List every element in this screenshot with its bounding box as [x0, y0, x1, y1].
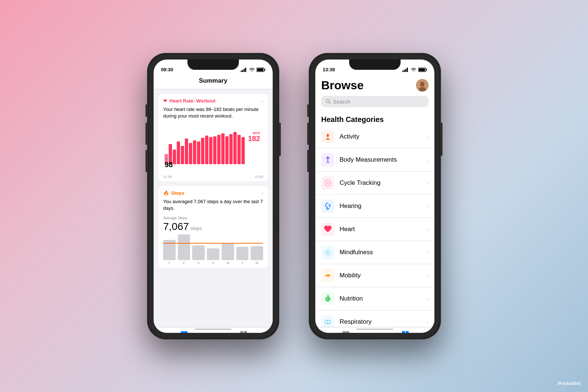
summary-title: Summary — [199, 77, 227, 84]
watermark: Pocketlint — [558, 381, 581, 386]
step-label-F: F — [183, 261, 185, 265]
body-measurements-icon — [323, 155, 332, 164]
step-bar-M: M — [222, 243, 234, 265]
time-left: 09:30 — [161, 67, 173, 72]
step-bar-W: W — [251, 246, 263, 265]
step-bar-S1: S — [192, 245, 205, 265]
category-item-hearing[interactable]: Hearing › — [315, 195, 434, 218]
step-label-S2: S — [212, 261, 214, 265]
svg-rect-14 — [407, 68, 408, 72]
steps-value-row: 7,067 steps — [163, 221, 263, 233]
svg-point-33 — [328, 208, 329, 209]
summary-tab-icon-right — [341, 330, 350, 333]
max-label: MAX 182 — [248, 131, 260, 142]
browse-title-row: Browse — [321, 79, 429, 92]
cycle-tracking-icon — [323, 179, 332, 187]
svg-rect-3 — [245, 68, 246, 72]
steps-fire-icon: 🔥 — [163, 190, 169, 196]
svg-rect-0 — [241, 71, 242, 72]
heart-icon-bg — [321, 223, 334, 236]
respiratory-label: Respiratory — [340, 318, 427, 326]
svg-rect-12 — [404, 70, 405, 72]
tab-summary[interactable]: Summary — [176, 330, 192, 333]
mindfulness-icon-bg — [321, 246, 334, 259]
category-item-activity[interactable]: Activity › — [315, 125, 434, 148]
activity-label: Activity — [340, 133, 427, 140]
nutrition-chevron: › — [427, 296, 429, 302]
signal-icon-left — [241, 68, 247, 72]
mobility-label: Mobility — [340, 272, 427, 279]
steps-card[interactable]: 🔥 Steps › You averaged 7,067 steps a day… — [158, 186, 268, 268]
summary-header: Summary — [154, 76, 273, 89]
browse-screen: 13:39 — [315, 60, 434, 333]
battery-icon-right — [418, 68, 427, 72]
svg-line-30 — [328, 161, 329, 163]
wifi-icon-right — [411, 68, 416, 72]
bar-18 — [233, 132, 237, 164]
body-icon-bg — [321, 153, 334, 166]
tab-browse-right[interactable]: Browse — [399, 330, 412, 333]
svg-rect-6 — [265, 69, 265, 71]
svg-point-32 — [327, 182, 329, 184]
hearing-label: Hearing — [340, 202, 427, 210]
bar-16 — [225, 136, 229, 164]
heart-rate-card[interactable]: ❤ Heart Rate: Workout › Your heart rate … — [158, 94, 268, 181]
svg-rect-7 — [240, 331, 243, 333]
mindfulness-label: Mindfulness — [340, 249, 427, 256]
user-avatar[interactable] — [416, 79, 429, 91]
cycle-label: Cycle Tracking — [340, 179, 427, 187]
steps-description: You averaged 7,067 steps a day over the … — [158, 198, 268, 215]
step-bar-S2: S — [207, 248, 219, 265]
svg-rect-40 — [406, 331, 409, 333]
category-list: Activity › — [315, 125, 434, 327]
category-item-respiratory[interactable]: Respiratory › — [315, 310, 434, 327]
nutrition-icon — [323, 294, 332, 303]
bar-7 — [189, 143, 192, 164]
time-right: 13:39 — [323, 67, 335, 72]
svg-rect-2 — [244, 69, 245, 72]
steps-card-header: 🔥 Steps › — [158, 186, 268, 198]
svg-point-19 — [420, 82, 424, 87]
heart-icon: ❤ — [163, 98, 167, 104]
summary-tab-icon — [180, 330, 189, 333]
steps-title-row: 🔥 Steps — [163, 190, 184, 196]
phone-left: 09:30 — [147, 53, 279, 339]
category-item-mindfulness[interactable]: Mindfulness › — [315, 241, 434, 264]
tab-summary-right[interactable]: Summary — [338, 330, 354, 333]
search-bar[interactable]: Search — [321, 96, 429, 107]
browse-tab-icon-left — [239, 330, 248, 333]
bar-12 — [209, 137, 212, 164]
phones-container: 09:30 — [147, 53, 441, 339]
category-item-heart[interactable]: Heart › — [315, 218, 434, 241]
category-item-nutrition[interactable]: Nutrition › — [315, 287, 434, 310]
bar-4 — [177, 141, 180, 164]
body-chevron: › — [427, 157, 429, 163]
category-item-body[interactable]: Body Measurements › — [315, 148, 434, 172]
browse-title: Browse — [321, 79, 364, 92]
health-categories-label: Health Categories — [315, 111, 434, 125]
svg-rect-1 — [242, 70, 243, 72]
notch-left — [187, 60, 239, 70]
step-label-W: W — [255, 261, 259, 265]
category-item-mobility[interactable]: Mobility › — [315, 264, 434, 287]
svg-rect-17 — [426, 69, 427, 71]
bar-8 — [193, 140, 196, 164]
bar-10 — [201, 138, 204, 164]
step-bar-fill-W — [251, 246, 263, 260]
step-bar-T: T — [163, 240, 176, 265]
min-value: 98 — [165, 161, 173, 168]
tab-bar-right: Summary Browse — [315, 327, 434, 333]
svg-rect-11 — [402, 71, 404, 72]
phone-right: 13:39 — [309, 53, 441, 339]
svg-rect-13 — [405, 69, 406, 72]
category-item-cycle[interactable]: Cycle Tracking › — [315, 172, 434, 195]
avg-line — [163, 243, 263, 244]
body-label: Body Measurements — [340, 156, 427, 163]
avatar-image — [416, 79, 429, 91]
heart-rate-title-row: ❤ Heart Rate: Workout — [163, 98, 215, 104]
svg-rect-5 — [257, 68, 263, 71]
bar-20 — [241, 137, 245, 164]
status-icons-right — [402, 68, 427, 72]
steps-chart: Average Steps 7,067 steps T — [158, 215, 268, 268]
tab-browse-left[interactable]: Browse — [238, 330, 250, 333]
